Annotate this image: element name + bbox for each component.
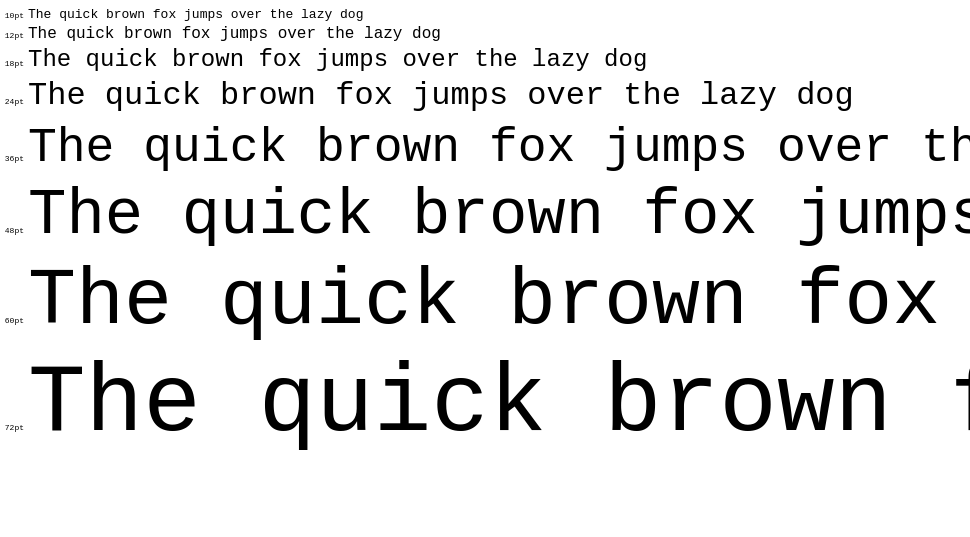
- preview-text-18pt: The quick brown fox jumps over the lazy …: [28, 46, 647, 74]
- preview-row-18pt: 18pt The quick brown fox jumps over the …: [0, 46, 970, 74]
- size-label-48pt: 48pt: [0, 226, 28, 235]
- preview-row-72pt: 72pt The quick brown fox ju: [0, 350, 970, 460]
- size-label-18pt: 18pt: [0, 59, 28, 68]
- preview-text-48pt: The quick brown fox jumps over: [28, 180, 970, 254]
- preview-row-48pt: 48pt The quick brown fox jumps over: [0, 180, 970, 254]
- preview-text-36pt: The quick brown fox jumps over the lazy …: [28, 121, 970, 176]
- preview-row-12pt: 12pt The quick brown fox jumps over the …: [0, 25, 970, 43]
- size-label-36pt: 36pt: [0, 154, 28, 163]
- preview-row-24pt: 24pt The quick brown fox jumps over the …: [0, 78, 970, 115]
- preview-text-60pt: The quick brown fox jumps: [28, 256, 970, 348]
- size-label-72pt: 72pt: [0, 423, 28, 432]
- size-label-12pt: 12pt: [0, 31, 28, 40]
- size-label-24pt: 24pt: [0, 97, 28, 106]
- preview-text-10pt: The quick brown fox jumps over the lazy …: [28, 8, 363, 23]
- preview-row-36pt: 36pt The quick brown fox jumps over the …: [0, 121, 970, 176]
- font-preview-container: 10pt The quick brown fox jumps over the …: [0, 0, 970, 537]
- preview-text-72pt: The quick brown fox ju: [28, 350, 970, 460]
- preview-text-24pt: The quick brown fox jumps over the lazy …: [28, 78, 854, 115]
- size-label-60pt: 60pt: [0, 316, 28, 325]
- preview-row-10pt: 10pt The quick brown fox jumps over the …: [0, 8, 970, 23]
- preview-row-60pt: 60pt The quick brown fox jumps: [0, 256, 970, 348]
- preview-text-12pt: The quick brown fox jumps over the lazy …: [28, 25, 441, 43]
- size-label-10pt: 10pt: [0, 11, 28, 20]
